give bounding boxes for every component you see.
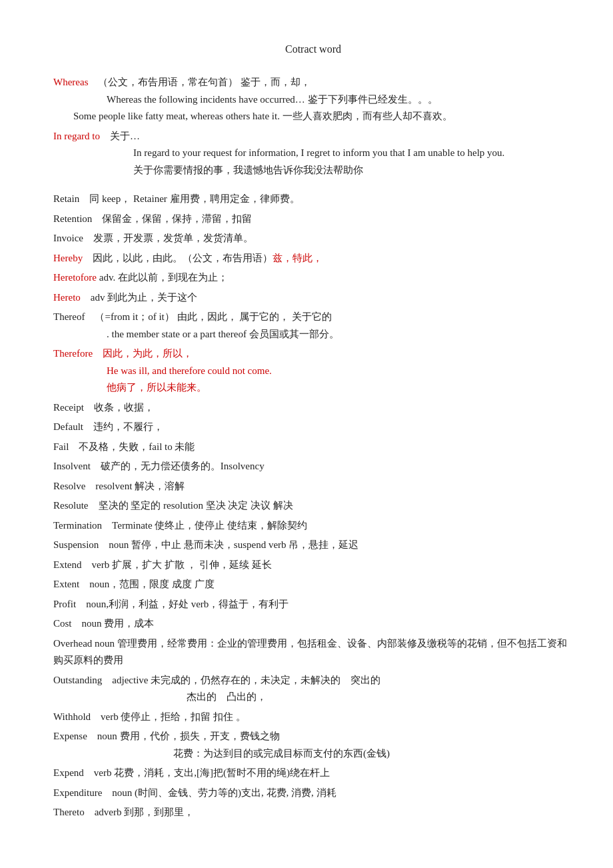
example-therefore-1: He was ill, and therefore could not come… (107, 363, 573, 380)
expense-extra: 花费：为达到目的或完成目标而支付的东西(金钱) (173, 745, 573, 763)
entry-expense: Expense noun 费用，代价，损失，开支，费钱之物 花费：为达到目的或完… (53, 728, 573, 762)
keyword-in-regard-to: In regard to (53, 131, 100, 141)
example-inregardto-2: 关于你需要情报的事，我遗憾地告诉你我没法帮助你 (133, 162, 573, 179)
entry-extent: Extent noun，范围，限度 成度 广度 (53, 576, 573, 593)
entry-hereto: Hereto adv 到此为止，关于这个 (53, 289, 573, 307)
keyword-thereto: Thereto (53, 807, 85, 817)
keyword-withhold: Withhold (53, 711, 91, 722)
entry-extend: Extend verb 扩展，扩大 扩散 ， 引伸，延续 延长 (53, 557, 573, 574)
entry-insolvent: Insolvent 破产的，无力偿还债务的。Insolvency (53, 458, 573, 475)
keyword-resolute: Resolute (53, 500, 89, 511)
entry-heretofore: Heretofore adv. 在此以前，到现在为止； (53, 269, 573, 287)
spacer (53, 181, 573, 191)
keyword-insolvent: Insolvent (53, 461, 91, 471)
keyword-cost: Cost (53, 618, 72, 629)
entry-expenditure: Expenditure noun (时间、金钱、劳力等的)支出, 花费, 消费,… (53, 785, 573, 802)
keyword-suspension: Suspension (53, 539, 99, 550)
keyword-outstanding: Outstanding (53, 675, 102, 685)
entry-resolute: Resolute 坚决的 坚定的 resolution 坚决 决定 决议 解决 (53, 497, 573, 515)
entry-retention: Retention 保留金，保留，保持，滞留，扣留 (53, 211, 573, 228)
entry-expend: Expend verb 花费，消耗，支出,[海]把(暂时不用的绳)绕在杆上 (53, 765, 573, 782)
entry-cost: Cost noun 费用，成本 (53, 615, 573, 633)
entry-in-regard-to: In regard to 关于… In regard to your reque… (53, 128, 573, 179)
keyword-expense: Expense (53, 731, 87, 741)
keyword-expenditure: Expenditure (53, 787, 102, 798)
entry-receipt: Receipt 收条，收据， (53, 399, 573, 417)
entry-overhead: Overhead noun 管理费用，经常费用：企业的管理费用，包括租金、设备、… (53, 635, 573, 669)
entry-retain: Retain 同 keep， Retainer 雇用费，聘用定金，律师费。 (53, 191, 573, 208)
keyword-retain: Retain (53, 193, 79, 204)
keyword-resolve: Resolve (53, 481, 85, 491)
keyword-whereas: Whereas (53, 77, 88, 87)
keyword-extend: Extend (53, 559, 82, 570)
example-whereas-1: Whereas the following incidents have occ… (107, 91, 573, 109)
keyword-default: Default (53, 421, 83, 432)
example-inregardto-1: In regard to your request for informatio… (133, 145, 573, 162)
keyword-extent: Extent (53, 579, 79, 589)
entry-thereof: Thereof （=from it；of it） 由此，因此， 属于它的， 关于… (53, 309, 573, 343)
keyword-invoice: Invoice (53, 233, 83, 243)
keyword-profit: Profit (53, 599, 76, 609)
entry-therefore: Therefore 因此，为此，所以， He was ill, and ther… (53, 345, 573, 397)
therefore-def: 因此，为此，所以， (103, 348, 193, 359)
keyword-heretofore: Heretofore (53, 272, 97, 283)
entry-resolve: Resolve resolvent 解决，溶解 (53, 478, 573, 495)
entry-outstanding: Outstanding adjective 未完成的，仍然存在的，未决定，未解决… (53, 672, 573, 706)
entry-withhold: Withhold verb 使停止，拒给，扣留 扣住 。 (53, 709, 573, 726)
keyword-receipt: Receipt (53, 402, 84, 413)
entry-whereas: Whereas （公文，布告用语，常在句首） 鉴于，而，却， Whereas t… (53, 74, 573, 125)
keyword-overhead: Overhead (53, 638, 92, 649)
entry-termination: Termination Terminate 使终止，使停止 使结束，解除契约 (53, 517, 573, 535)
keyword-retention: Retention (53, 213, 92, 224)
keyword-expend: Expend (53, 767, 84, 778)
keyword-hereto: Hereto (53, 292, 81, 303)
page-title: Cotract word (53, 40, 573, 58)
example-therefore-2: 他病了，所以未能来。 (107, 379, 573, 397)
keyword-hereby: Hereby (53, 253, 83, 263)
entry-hereby: Hereby 因此，以此，由此。（公文，布告用语）兹，特此， (53, 250, 573, 267)
keyword-thereof: Thereof (53, 311, 85, 322)
entry-default: Default 违约，不履行， (53, 419, 573, 436)
outstanding-extra: 杰出的 凸出的， (187, 689, 573, 706)
entry-fail: Fail 不及格，失败，fail to 未能 (53, 439, 573, 456)
hereby-red-text: 兹，特此， (273, 253, 322, 263)
example-thereof-1: . the member state or a part thereof 会员国… (107, 326, 573, 343)
entry-thereto: Thereto adverb 到那，到那里， (53, 804, 573, 821)
keyword-termination: Termination (53, 520, 102, 531)
entry-profit: Profit noun,利润，利益，好处 verb，得益于，有利于 (53, 596, 573, 613)
keyword-fail: Fail (53, 441, 69, 452)
entry-invoice: Invoice 发票，开发票，发货单，发货清单。 (53, 230, 573, 247)
example-whereas-2: Some people like fatty meat, whereas oth… (53, 111, 452, 121)
entry-suspension: Suspension noun 暂停，中止 悬而未决，suspend verb … (53, 537, 573, 554)
keyword-therefore: Therefore (53, 348, 93, 359)
